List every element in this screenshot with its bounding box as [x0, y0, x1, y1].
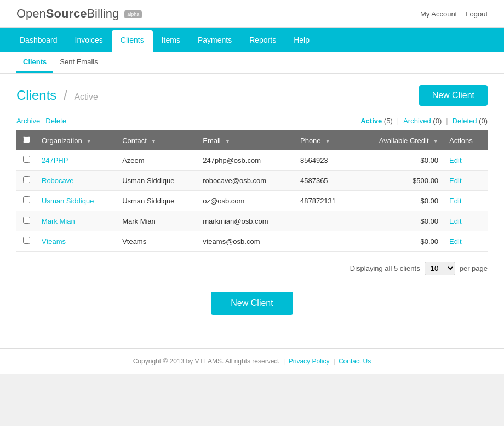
row-org-0: 247PHP: [36, 150, 117, 171]
per-page-label: per page: [460, 264, 488, 272]
row-action-1: Edit: [444, 171, 488, 191]
edit-link-2[interactable]: Edit: [449, 197, 461, 205]
subnav-clients[interactable]: Clients: [16, 52, 53, 73]
clients-tbody: 247PHP Azeem 247php@osb.com 8564923 $0.0…: [16, 150, 488, 252]
deleted-count: 0: [481, 117, 485, 125]
nav-reports[interactable]: Reports: [240, 28, 285, 52]
nav-dashboard[interactable]: Dashboard: [11, 28, 66, 52]
row-action-0: Edit: [444, 150, 488, 171]
filter-deleted[interactable]: Deleted: [453, 117, 477, 125]
new-client-button-top[interactable]: New Client: [419, 85, 488, 106]
table-row: 247PHP Azeem 247php@osb.com 8564923 $0.0…: [16, 150, 488, 171]
row-credit-0: $0.00: [354, 150, 444, 171]
row-checkbox-3[interactable]: [23, 217, 30, 224]
row-checkbox-cell[interactable]: [16, 150, 36, 171]
row-contact-0: Azeem: [117, 150, 197, 171]
new-client-button-bottom[interactable]: New Client: [211, 292, 293, 315]
row-contact-4: Vteams: [117, 231, 197, 252]
credit-sort-icon: ▼: [433, 138, 438, 144]
row-email-4: vteams@osb.com: [197, 231, 295, 252]
table-row: Usman Siddique Usman Siddique oz@osb.com…: [16, 191, 488, 211]
nav-help[interactable]: Help: [285, 28, 318, 52]
edit-link-0[interactable]: Edit: [449, 156, 461, 164]
row-checkbox-1[interactable]: [23, 176, 30, 183]
row-contact-2: Usman Siddique: [117, 191, 197, 211]
row-action-3: Edit: [444, 211, 488, 231]
row-org-1: Robocave: [36, 171, 117, 191]
row-checkbox-2[interactable]: [23, 196, 30, 203]
org-link-0[interactable]: 247PHP: [42, 156, 68, 164]
row-checkbox-cell[interactable]: [16, 231, 36, 252]
edit-link-4[interactable]: Edit: [449, 237, 461, 246]
org-link-1[interactable]: Robocave: [42, 177, 74, 185]
subnav-sent-emails[interactable]: Sent Emails: [53, 52, 104, 73]
row-phone-0: 8564923: [295, 150, 354, 171]
logout-link[interactable]: Logout: [466, 10, 488, 18]
row-checkbox-0[interactable]: [23, 156, 30, 163]
row-phone-4: [295, 231, 354, 252]
row-checkbox-4[interactable]: [23, 237, 30, 244]
filter-active-label: Active (5): [360, 117, 393, 125]
table-header: Organization ▼ Contact ▼ Email ▼ Phone ▼: [16, 130, 488, 150]
select-all-checkbox[interactable]: [23, 136, 30, 143]
copyright-text: Copyright © 2013 by VTEAMS. All rights r…: [133, 357, 280, 365]
filter-active[interactable]: Active: [360, 117, 382, 125]
row-action-4: Edit: [444, 231, 488, 252]
row-email-1: robocave@osb.com: [197, 171, 295, 191]
col-phone[interactable]: Phone ▼: [295, 130, 354, 150]
row-email-3: markmian@osb.com: [197, 211, 295, 231]
nav-invoices[interactable]: Invoices: [66, 28, 112, 52]
col-checkbox[interactable]: [16, 130, 36, 150]
nav-payments[interactable]: Payments: [189, 28, 240, 52]
archive-link[interactable]: Archive: [16, 117, 40, 125]
delete-link[interactable]: Delete: [45, 117, 66, 125]
actions-bar: Archive Delete Active (5) | Archived (0)…: [16, 117, 488, 125]
filter-archived[interactable]: Archived: [403, 117, 431, 125]
row-org-2: Usman Siddique: [36, 191, 117, 211]
row-email-2: oz@osb.com: [197, 191, 295, 211]
row-credit-4: $0.00: [354, 231, 444, 252]
org-link-2[interactable]: Usman Siddique: [42, 197, 94, 205]
org-sort-icon: ▼: [86, 138, 91, 144]
bulk-actions: Archive Delete: [16, 117, 66, 125]
top-nav-links: My Account Logout: [420, 10, 488, 18]
col-email[interactable]: Email ▼: [197, 130, 295, 150]
row-credit-2: $0.00: [354, 191, 444, 211]
col-contact[interactable]: Contact ▼: [117, 130, 197, 150]
nav-items[interactable]: Items: [153, 28, 189, 52]
row-checkbox-cell[interactable]: [16, 171, 36, 191]
contact-link[interactable]: Contact Us: [339, 357, 371, 365]
logo-billing: Billing: [87, 7, 119, 20]
filter-deleted-label: Deleted (0): [453, 117, 488, 125]
row-org-3: Mark Mian: [36, 211, 117, 231]
row-checkbox-cell[interactable]: [16, 211, 36, 231]
per-page-select[interactable]: 10 25 50 100: [425, 262, 455, 275]
active-count: 5: [386, 117, 390, 125]
logo-source: Source: [46, 7, 87, 20]
row-phone-2: 487872131: [295, 191, 354, 211]
row-credit-1: $500.00: [354, 171, 444, 191]
table-row: Vteams Vteams vteams@osb.com $0.00 Edit: [16, 231, 488, 252]
col-actions: Actions: [444, 130, 488, 150]
edit-link-1[interactable]: Edit: [449, 177, 461, 185]
main-content: Clients / Active New Client Archive Dele…: [0, 74, 504, 348]
contact-sort-icon: ▼: [151, 138, 157, 144]
nav-clients[interactable]: Clients: [112, 30, 153, 52]
row-contact-1: Usman Siddique: [117, 171, 197, 191]
row-action-2: Edit: [444, 191, 488, 211]
privacy-link[interactable]: Privacy Policy: [289, 357, 330, 365]
phone-sort-icon: ▼: [325, 138, 330, 144]
edit-link-3[interactable]: Edit: [449, 217, 461, 225]
col-available-credit[interactable]: Available Credit ▼: [354, 130, 444, 150]
col-organization[interactable]: Organization ▼: [36, 130, 117, 150]
title-separator: /: [64, 88, 67, 103]
filter-links: Active (5) | Archived (0) | Deleted (0): [360, 117, 488, 125]
org-link-3[interactable]: Mark Mian: [42, 217, 75, 225]
my-account-link[interactable]: My Account: [420, 10, 457, 18]
main-nav: Dashboard Invoices Clients Items Payment…: [0, 28, 504, 52]
email-sort-icon: ▼: [225, 138, 230, 144]
sub-nav: Clients Sent Emails: [0, 52, 504, 74]
logo-alpha: alpha: [124, 10, 142, 18]
row-checkbox-cell[interactable]: [16, 191, 36, 211]
org-link-4[interactable]: Vteams: [42, 237, 66, 246]
